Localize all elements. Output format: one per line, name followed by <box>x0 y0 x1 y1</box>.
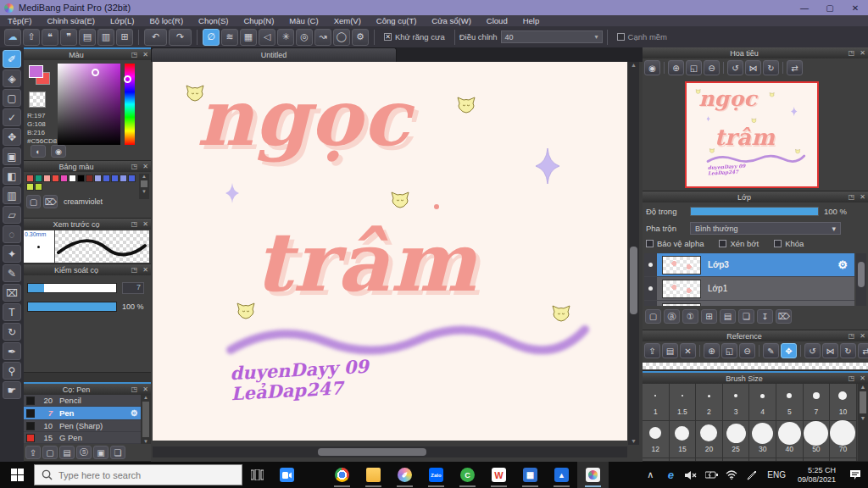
marquee-select-tool[interactable]: ▱ <box>3 206 21 224</box>
add-8bit-layer-button[interactable]: ⓐ <box>664 309 680 324</box>
language-indicator[interactable]: ENG <box>762 470 791 480</box>
scroll-thumb[interactable] <box>858 262 865 287</box>
snap-concentric-button[interactable]: ◎ <box>296 29 313 46</box>
palette-swatch[interactable] <box>43 175 51 182</box>
ref-import-button[interactable]: ⇪ <box>644 343 660 358</box>
menu-view[interactable]: Xem(V) <box>326 16 369 25</box>
brush-cloud-button[interactable]: ⇪ <box>25 446 41 459</box>
minimize-button[interactable]: — <box>792 0 817 15</box>
popup-icon[interactable]: ◳ <box>129 163 140 170</box>
brush-list-scrollbar[interactable]: ▲ ▼ <box>141 395 151 444</box>
popup-icon[interactable]: ◳ <box>129 220 140 228</box>
snap-curve-button[interactable]: ↝ <box>314 29 331 46</box>
add-1bit-layer-button[interactable]: ① <box>682 309 698 324</box>
taskbar-app-explorer[interactable] <box>358 462 389 488</box>
brush-settings-gear-icon[interactable]: ⚙ <box>131 408 138 418</box>
taskbar-app-chrome[interactable] <box>326 462 358 488</box>
ref-eyedropper-button[interactable]: ✎ <box>763 343 779 358</box>
alpha-protect-checkbox[interactable] <box>646 240 654 247</box>
scroll-up-icon[interactable]: ▲ <box>860 384 866 390</box>
snap-grid-button[interactable]: ▦ <box>240 29 257 46</box>
palette-mode-button[interactable]: ◐ <box>31 145 46 158</box>
canvas-surface[interactable]: ngọc trâm duyenDayy 09 LeảDap247 <box>153 62 627 441</box>
canvas-horizontal-scrollbar[interactable] <box>153 446 627 458</box>
scroll-thumb[interactable] <box>141 180 147 187</box>
layer-opacity-slider[interactable] <box>690 207 819 216</box>
pen-tool[interactable]: ✒ <box>3 342 21 360</box>
brush-row-pen[interactable]: 7 Pen ⚙ <box>24 407 141 420</box>
brush-row-pencil[interactable]: 20 Pencil <box>24 395 141 407</box>
size-cell[interactable]: 4 <box>749 384 776 421</box>
brush-row-gpen[interactable]: 15 G Pen <box>24 432 141 444</box>
layer-list-scrollbar[interactable] <box>856 253 866 306</box>
layer-row-lop3[interactable]: Lớp3 ⚙ <box>644 253 854 277</box>
palette-swatch[interactable] <box>94 175 102 182</box>
palette-swatch[interactable] <box>86 175 93 182</box>
antialias-checkbox[interactable]: ✕ Khử răng cưa <box>384 32 445 42</box>
wifi-icon[interactable] <box>721 462 742 488</box>
menu-color[interactable]: Màu (C) <box>281 16 326 25</box>
scroll-up-icon[interactable]: ▲ <box>142 174 147 179</box>
size-cell[interactable]: 15 <box>670 421 697 458</box>
rotate-right-button[interactable]: ↻ <box>763 60 779 75</box>
palette-swatch[interactable] <box>35 183 42 191</box>
ref-open-button[interactable]: ▤ <box>662 343 678 358</box>
add-special-layer-button[interactable]: ⊞ <box>701 309 717 324</box>
soft-edge-checkbox[interactable]: Cạnh mềm <box>617 32 667 42</box>
ref-fit-button[interactable]: ◱ <box>721 343 737 358</box>
taskbar-app-wps[interactable]: W <box>483 462 515 488</box>
undo-button[interactable]: ↶ <box>144 29 167 46</box>
taskbar-app-photos[interactable]: ▲ <box>546 462 577 488</box>
palette-swatch[interactable] <box>52 175 59 182</box>
snap-vanishing-button[interactable]: ◁ <box>259 29 275 46</box>
size-cell[interactable]: 1.5 <box>670 384 697 421</box>
lasso-select-tool[interactable]: ◌ <box>3 225 21 243</box>
adjust-dropdown[interactable]: 40 ▾ <box>501 30 603 43</box>
document-button[interactable]: ▤ <box>79 29 96 46</box>
select-eraser-tool[interactable]: ⌧ <box>3 284 21 302</box>
gradient-tool[interactable]: ▥ <box>3 186 21 204</box>
bucket-tool[interactable]: ◧ <box>3 167 21 185</box>
rotate-left-button[interactable]: ↺ <box>727 60 743 75</box>
size-cell[interactable]: 10 <box>830 384 857 421</box>
ref-hand-button[interactable]: ✥ <box>781 343 797 358</box>
scroll-down-icon[interactable]: ▼ <box>143 439 148 444</box>
popup-icon[interactable]: ◳ <box>846 332 857 340</box>
battery-icon[interactable] <box>701 462 721 488</box>
pen-input-icon[interactable] <box>742 462 762 488</box>
snap-parallel-button[interactable]: ≋ <box>221 29 238 46</box>
ref-rotate-left-button[interactable]: ↺ <box>804 343 821 358</box>
taskbar-search[interactable] <box>34 464 242 485</box>
add-layer-button[interactable]: ▢ <box>645 309 661 324</box>
merge-layer-button[interactable]: ↧ <box>757 309 773 324</box>
ref-reset-button[interactable]: ⋈ <box>822 343 838 358</box>
scroll-thumb[interactable] <box>860 391 866 413</box>
size-cell[interactable]: 7 <box>804 384 831 421</box>
duplicate-layer-button[interactable]: ❏ <box>738 309 754 324</box>
close-icon[interactable]: ✕ <box>857 332 868 340</box>
action-center-icon[interactable] <box>843 462 868 488</box>
scroll-thumb[interactable] <box>630 247 637 314</box>
curve-snap-tool[interactable]: ✓ <box>3 108 21 126</box>
brush-folder-button[interactable]: ▣ <box>93 446 108 459</box>
text-tool[interactable]: T <box>3 303 21 321</box>
taskbar-clock[interactable]: 5:25 CH 09/08/2021 <box>791 466 843 485</box>
close-icon[interactable]: ✕ <box>857 193 868 201</box>
popup-icon[interactable]: ◳ <box>129 385 140 393</box>
tray-chevron-up[interactable]: ∧ <box>640 462 660 488</box>
reset-rotation-button[interactable]: ⋈ <box>745 60 761 75</box>
fit-view-button[interactable]: ◱ <box>686 60 702 75</box>
snap-settings-button[interactable]: ⚙ <box>352 29 369 46</box>
ref-clear-button[interactable]: ✕ <box>680 343 696 358</box>
palette-swatch[interactable] <box>60 175 68 182</box>
transparent-color-swatch[interactable] <box>29 92 46 108</box>
palette-swatch[interactable] <box>35 175 42 182</box>
menu-window[interactable]: Cửa sổ(W) <box>424 16 478 25</box>
material-panel-button[interactable]: ⊞ <box>116 29 133 46</box>
snap-radial-button[interactable]: ✳ <box>277 29 294 46</box>
hand-tool[interactable]: ☛ <box>3 381 21 399</box>
hue-marker[interactable] <box>124 75 131 83</box>
add-brush-button[interactable]: ▢ <box>42 446 58 459</box>
edge-icon[interactable]: e <box>660 462 681 488</box>
close-icon[interactable]: ✕ <box>857 49 868 57</box>
